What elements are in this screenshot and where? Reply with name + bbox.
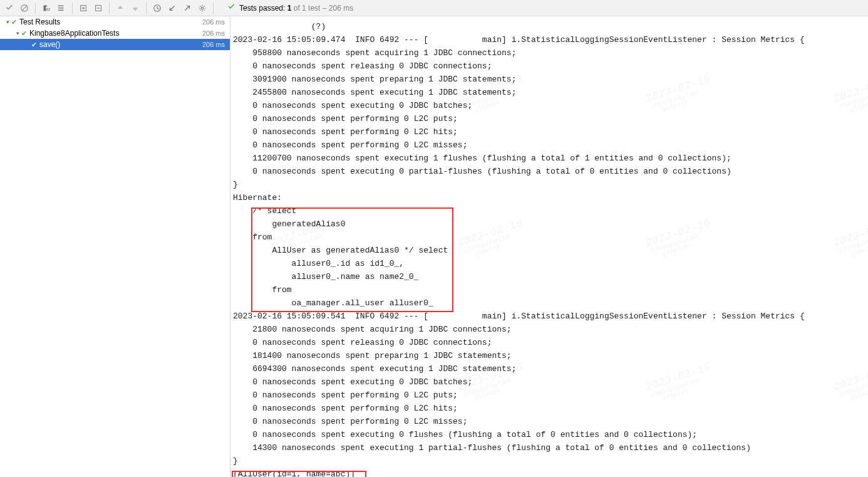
import-icon	[168, 4, 177, 13]
test-tree[interactable]: ▾ ✔ Test Results 206 ms ▾ ✔ Kingbase8App…	[0, 16, 230, 477]
collapse-icon	[94, 4, 103, 13]
tree-class[interactable]: ▾ ✔ Kingbase8ApplicationTests 206 ms	[0, 28, 230, 39]
svg-rect-4	[58, 8, 64, 8]
tree-label: Test Results	[19, 18, 202, 26]
import-button[interactable]	[165, 1, 179, 15]
gear-icon	[198, 4, 207, 13]
svg-point-12	[201, 7, 204, 9]
export-icon	[183, 4, 192, 13]
check-icon	[5, 4, 14, 13]
console-text: (?) 2023-02-16 15:05:09.474 INFO 6492 --…	[233, 20, 868, 477]
tree-time: 206 ms	[202, 29, 225, 37]
test-toolbar: az Tests passed: 1 of 1 test – 206 m	[0, 0, 868, 16]
separator	[146, 3, 147, 14]
collapse-all-button[interactable]	[91, 1, 105, 15]
test-status: Tests passed: 1 of 1 test – 206 ms	[227, 3, 353, 13]
rerun-button[interactable]	[3, 1, 16, 15]
arrow-up-icon	[116, 4, 125, 13]
check-icon: ✔	[11, 18, 17, 26]
prev-button[interactable]	[113, 1, 127, 15]
svg-text:az: az	[46, 6, 51, 11]
tree-root[interactable]: ▾ ✔ Test Results 206 ms	[0, 16, 230, 28]
tree-method[interactable]: ✔ save() 206 ms	[0, 39, 230, 50]
list-icon	[57, 4, 66, 13]
sort-button[interactable]: az	[39, 1, 53, 15]
check-icon: ✔	[31, 41, 37, 49]
main-panel: ▾ ✔ Test Results 206 ms ▾ ✔ Kingbase8App…	[0, 16, 868, 477]
separator	[109, 3, 110, 14]
arrow-down-icon	[131, 4, 140, 13]
tree-label: Kingbase8ApplicationTests	[29, 29, 202, 38]
expand-all-button[interactable]	[76, 1, 90, 15]
separator	[72, 3, 73, 14]
separator	[213, 3, 214, 14]
console-output[interactable]: 2023-02-16chenqingtaoQIANXIN 2023-02-16c…	[230, 16, 868, 477]
filter-button[interactable]	[54, 1, 68, 15]
chevron-down-icon[interactable]: ▾	[14, 30, 21, 36]
tree-label: save()	[39, 40, 202, 49]
check-icon: ✔	[21, 29, 27, 38]
stop-button[interactable]	[18, 1, 31, 15]
status-label: Tests passed: 1 of 1 test – 206 ms	[239, 4, 353, 13]
tree-time: 206 ms	[202, 41, 225, 48]
separator	[35, 3, 36, 14]
svg-line-1	[23, 6, 27, 10]
forbid-icon	[20, 4, 29, 13]
sort-icon: az	[42, 4, 51, 13]
check-icon	[227, 3, 235, 13]
history-button[interactable]	[150, 1, 164, 15]
svg-rect-3	[58, 5, 64, 6]
svg-rect-5	[58, 9, 64, 10]
expand-icon	[79, 4, 88, 13]
export-button[interactable]	[180, 1, 194, 15]
tree-time: 206 ms	[202, 18, 225, 26]
next-button[interactable]	[128, 1, 142, 15]
clock-icon	[153, 4, 162, 13]
chevron-down-icon[interactable]: ▾	[4, 19, 11, 25]
settings-button[interactable]	[195, 1, 209, 15]
